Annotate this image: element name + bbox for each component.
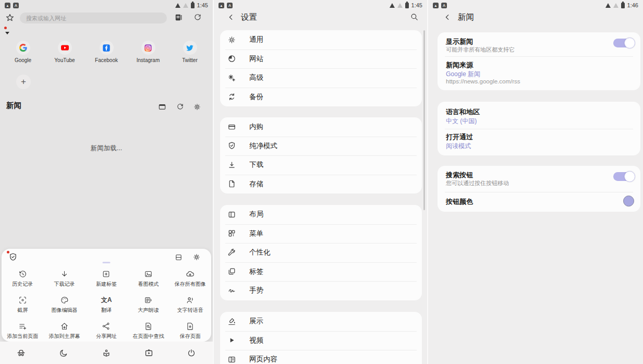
battery-icon bbox=[405, 3, 409, 8]
screen-news-settings: ▴ A 1:46 新闻 显示新闻 可能并非所有地区都支持它 新闻来源 Googl… bbox=[428, 0, 643, 364]
palette-icon bbox=[60, 296, 69, 305]
news-settings-gear-icon[interactable] bbox=[193, 103, 201, 111]
credit-card-icon bbox=[227, 123, 236, 131]
language-label[interactable]: 语言和地区 bbox=[446, 107, 480, 117]
a-notification-icon: A bbox=[13, 3, 19, 8]
power-icon bbox=[187, 348, 196, 358]
quick-links-row: Google YouTube Facebook Instagram Twitte… bbox=[2, 41, 211, 63]
settings-card-4: 展示 视频 网页内容 bbox=[220, 312, 422, 364]
show-news-toggle[interactable] bbox=[613, 39, 634, 47]
find-in-page-icon bbox=[144, 322, 153, 331]
quicklink-youtube[interactable]: YouTube bbox=[44, 41, 86, 63]
settings-row-storage[interactable]: 存储 bbox=[220, 175, 422, 194]
play-icon bbox=[228, 336, 236, 344]
reading-button[interactable] bbox=[85, 348, 128, 358]
download-icon bbox=[227, 161, 236, 169]
news-card-search-button: 搜索按钮 您可以通过按住按钮移动 按钮颜色 bbox=[438, 166, 640, 212]
quicklink-facebook[interactable]: Facebook bbox=[86, 41, 127, 63]
screenshot-icon bbox=[18, 296, 27, 305]
add-shortcut-button[interactable]: + bbox=[16, 75, 31, 89]
language-value[interactable]: 中文 (中国) bbox=[446, 117, 477, 126]
back-arrow-icon[interactable] bbox=[227, 14, 235, 21]
refresh-news-icon[interactable] bbox=[176, 103, 184, 111]
settings-row-pure-mode[interactable]: 纯净模式 bbox=[220, 137, 422, 156]
scrollbar-thumb[interactable] bbox=[423, 30, 425, 210]
no-signal-icon bbox=[613, 3, 618, 8]
news-source-value[interactable]: Google 新闻 bbox=[446, 70, 480, 79]
bookmark-star-icon[interactable] bbox=[5, 13, 15, 22]
night-mode-button[interactable] bbox=[43, 348, 86, 358]
shield-check-icon[interactable] bbox=[8, 252, 18, 262]
settings-row-websites[interactable]: 网站 bbox=[220, 50, 422, 69]
open-via-label[interactable]: 打开通过 bbox=[446, 132, 473, 142]
instagram-icon bbox=[144, 44, 152, 52]
quicklink-instagram[interactable]: Instagram bbox=[127, 41, 169, 63]
settings-row-tabs[interactable]: 标签 bbox=[220, 262, 422, 282]
refresh-icon[interactable] bbox=[193, 13, 202, 21]
video-mode-button[interactable] bbox=[128, 348, 171, 358]
search-button-toggle[interactable] bbox=[613, 172, 634, 181]
reading-mode-icon[interactable] bbox=[174, 13, 183, 22]
settings-row-iap[interactable]: 内购 bbox=[220, 117, 422, 137]
back-arrow-icon[interactable] bbox=[444, 14, 451, 21]
menu-gear-icon[interactable] bbox=[192, 253, 201, 261]
settings-row-personalization[interactable]: 个性化 bbox=[220, 243, 422, 262]
menu-grid-icon bbox=[227, 229, 236, 238]
incognito-button[interactable] bbox=[0, 348, 43, 358]
youtube-icon bbox=[60, 43, 69, 52]
settings-row-video[interactable]: 视频 bbox=[220, 331, 422, 350]
search-icon[interactable] bbox=[410, 13, 419, 21]
screen-browser-home: ▴ A 1:45 Google YouTube Faceboo bbox=[0, 0, 214, 364]
open-via-value[interactable]: 阅读模式 bbox=[446, 142, 471, 151]
divider bbox=[445, 129, 633, 129]
battery-icon bbox=[191, 3, 195, 8]
chevron-down-icon[interactable] bbox=[5, 32, 9, 34]
settings-row-advanced[interactable]: 高级 bbox=[220, 68, 422, 88]
quicklink-google[interactable]: Google bbox=[2, 41, 44, 63]
share-nodes-icon bbox=[102, 322, 111, 331]
menu-item-text-to-speech[interactable]: 文字转语音 bbox=[169, 293, 211, 319]
arrow-down-icon bbox=[60, 270, 69, 278]
sync-icon bbox=[227, 92, 236, 101]
settings-row-web-content[interactable]: 网页内容 bbox=[220, 350, 422, 364]
settings-row-gestures[interactable]: 手势 bbox=[220, 281, 422, 300]
news-source-url: https://news.google.com/rss bbox=[446, 78, 520, 84]
menu-item-read-aloud[interactable]: 大声朗读 bbox=[127, 293, 169, 319]
quicklink-label: Google bbox=[15, 57, 31, 63]
menu-item-screenshot[interactable]: 截屏 bbox=[2, 293, 43, 319]
menu-item-image-mode[interactable]: 看图模式 bbox=[127, 267, 169, 293]
menu-item-save-all-images[interactable]: 保存所有图像 bbox=[169, 267, 211, 293]
card-view-icon[interactable] bbox=[158, 103, 166, 111]
settings-row-backup[interactable]: 备份 bbox=[220, 88, 422, 107]
gallery-notification-icon: ▴ bbox=[5, 3, 10, 8]
gallery-notification-icon: ▴ bbox=[433, 3, 439, 8]
menu-item-history[interactable]: 历史记录 bbox=[2, 267, 43, 293]
news-loading-text: 新闻加载... bbox=[0, 144, 213, 153]
clock-text: 1:46 bbox=[627, 2, 638, 8]
button-color-label: 按钮颜色 bbox=[446, 197, 473, 207]
news-source-label[interactable]: 新闻来源 bbox=[446, 60, 473, 70]
drag-handle[interactable] bbox=[103, 262, 111, 263]
menu-item-new-tab[interactable]: 新建标签 bbox=[86, 267, 127, 293]
menu-item-translate[interactable]: 文A 翻译 bbox=[86, 293, 127, 319]
cloud-download-icon bbox=[186, 270, 195, 278]
file-icon bbox=[227, 179, 236, 188]
settings-row-download[interactable]: 下载 bbox=[220, 155, 422, 175]
settings-card-2: 内购 纯净模式 下载 存储 bbox=[220, 117, 422, 193]
settings-row-display[interactable]: 展示 bbox=[220, 312, 422, 331]
settings-row-menu[interactable]: 菜单 bbox=[220, 224, 422, 244]
menu-item-downloads[interactable]: 下载记录 bbox=[43, 267, 85, 293]
exit-button[interactable] bbox=[170, 348, 213, 358]
search-input[interactable] bbox=[20, 13, 167, 23]
settings-row-layout[interactable]: 布局 bbox=[220, 205, 422, 224]
image-icon bbox=[144, 270, 153, 278]
quicklink-twitter[interactable]: Twitter bbox=[169, 41, 211, 63]
settings-row-general[interactable]: 通用 bbox=[220, 30, 422, 50]
button-color-swatch[interactable] bbox=[623, 196, 634, 207]
screen-settings: ▴ A 1:45 设置 通用 网站 高级 bbox=[214, 0, 428, 364]
menu-item-image-editor[interactable]: 图像编辑器 bbox=[43, 293, 85, 319]
wrench-icon bbox=[227, 248, 236, 257]
layout-rows-icon[interactable] bbox=[175, 253, 183, 261]
paint-icon bbox=[227, 317, 236, 326]
plus-square-icon bbox=[102, 270, 111, 278]
